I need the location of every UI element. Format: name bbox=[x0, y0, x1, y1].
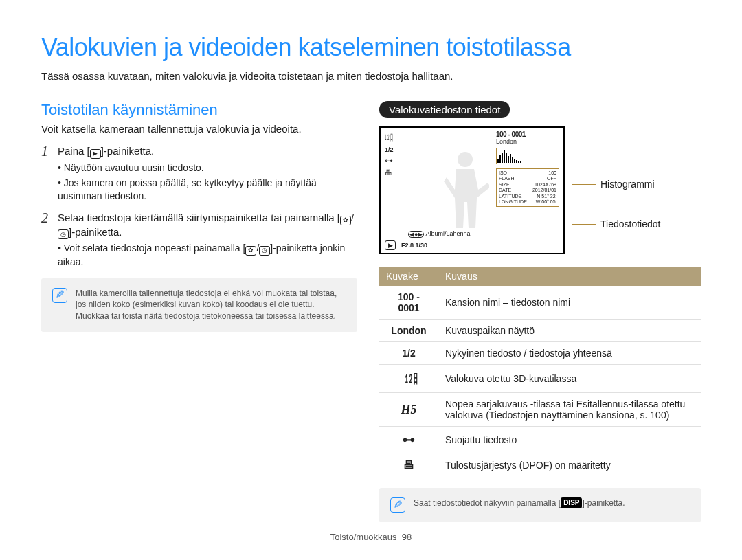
icon-legend-table: Kuvake Kuvaus 100 - 0001Kansion nimi – t… bbox=[379, 267, 701, 477]
icon-folder-file: 100 - 0001 bbox=[379, 286, 438, 320]
icon-counter: 1/2 bbox=[379, 342, 438, 365]
page: Valokuvien ja videoiden katseleminen toi… bbox=[0, 0, 742, 522]
play-mode-icon: ▶ bbox=[385, 240, 396, 250]
timer-icon: ◷ bbox=[259, 246, 270, 256]
lock-icon bbox=[379, 427, 438, 453]
columns: Toistotilan käynnistäminen Voit katsella… bbox=[41, 101, 701, 522]
svg-point-0 bbox=[458, 152, 473, 167]
print-indicator-icon: 🖶 bbox=[385, 168, 394, 177]
desc: Tulostusjärjestys (DPOF) on määritetty bbox=[438, 453, 701, 478]
folder-file-number: 100 - 0001 bbox=[496, 131, 559, 138]
three-d-icon bbox=[379, 365, 438, 393]
note-post: ]-painiketta. bbox=[582, 498, 625, 508]
step-number: 2 bbox=[41, 211, 52, 239]
step1-sub1: Näyttöön avautuu uusin tiedosto. bbox=[58, 161, 357, 175]
desc: Nopea sarjakuvaus -tilassa tai Esitallen… bbox=[438, 393, 701, 427]
left-column: Toistotilan käynnistäminen Voit katsella… bbox=[41, 101, 357, 522]
desc: Kuvauspaikan näyttö bbox=[438, 320, 701, 342]
table-row: 1/2Nykyinen tiedosto / tiedostoja yhteen… bbox=[379, 342, 701, 365]
note-box-right: Saat tiedostotiedot näkyviin painamalla … bbox=[379, 488, 701, 522]
desc: Valokuva otettu 3D-kuvatilassa bbox=[438, 365, 701, 393]
page-footer: Toisto/muokkaus 98 bbox=[0, 532, 742, 542]
table-row: Valokuva otettu 3D-kuvatilassa bbox=[379, 365, 701, 393]
table-row: 100 - 0001Kansion nimi – tiedoston nimi bbox=[379, 286, 701, 320]
step2-post: ]-painiketta. bbox=[69, 226, 122, 238]
step1-sub2: Jos kamera on poissa päältä, se kytkeyty… bbox=[58, 177, 357, 203]
callout-histogram: Histogrammi bbox=[600, 179, 655, 190]
three-d-icon: ㏫ bbox=[385, 132, 394, 144]
screen-bottom-bar: ▶ F2.8 1/30 bbox=[385, 240, 559, 250]
step-2: 2 Selaa tiedostoja kiertämällä siirtymis… bbox=[41, 211, 357, 239]
step-1-sublist: Näyttöön avautuu uusin tiedosto. Jos kam… bbox=[58, 161, 357, 203]
desc: Kansion nimi – tiedoston nimi bbox=[438, 286, 701, 320]
album-zoom-label: ◀●▶ Albumi/Lähennä bbox=[408, 230, 471, 238]
step-2-sublist: Voit selata tiedostoja nopeasti painamal… bbox=[58, 242, 357, 268]
footer-page-number: 98 bbox=[402, 532, 412, 542]
footer-section: Toisto/muokkaus bbox=[330, 532, 397, 542]
step-number: 1 bbox=[41, 144, 52, 159]
person-silhouette-icon bbox=[441, 148, 489, 231]
screen-top-right: 100 - 0001 London ISO100 FLASHOFF SIZE10… bbox=[496, 131, 559, 207]
step1-pre: Paina [ bbox=[58, 145, 90, 157]
timer-icon: ◷ bbox=[58, 229, 69, 239]
printer-icon bbox=[379, 453, 438, 478]
desc: Nykyinen tiedosto / tiedostoja yhteensä bbox=[438, 342, 701, 365]
note-box: Muilla kameroilla tallennettuja tiedosto… bbox=[41, 278, 357, 332]
page-title: Valokuvien ja videoiden katseleminen toi… bbox=[41, 33, 701, 62]
location-name: London bbox=[496, 138, 559, 145]
macro-icon: ✿ bbox=[245, 246, 256, 256]
intro-text: Tässä osassa kuvataan, miten valokuvia j… bbox=[41, 70, 701, 82]
right-column: Valokuvatiedoston tiedot ㏫ 1/2 ⊶ 🖶 100 -… bbox=[379, 101, 701, 522]
macro-icon: ✿ bbox=[340, 216, 351, 225]
lock-indicator-icon: ⊶ bbox=[385, 156, 394, 166]
disp-button-icon: DISP bbox=[561, 497, 582, 508]
table-row: Suojattu tiedosto bbox=[379, 427, 701, 453]
screen-with-callouts: ㏫ 1/2 ⊶ 🖶 100 - 0001 London bbox=[379, 126, 701, 254]
screen-side-icons: ㏫ 1/2 ⊶ 🖶 bbox=[385, 132, 394, 177]
table-head-icon: Kuvake bbox=[379, 267, 438, 286]
photo-file-info-pill: Valokuvatiedoston tiedot bbox=[379, 101, 510, 118]
histogram-box bbox=[496, 148, 530, 164]
note-pre: Saat tiedostotiedot näkyviin painamalla … bbox=[414, 498, 561, 508]
icon-location: London bbox=[379, 320, 438, 342]
note-text: Muilla kameroilla tallennettuja tiedosto… bbox=[76, 288, 346, 322]
step1-post: ]-painiketta. bbox=[101, 145, 155, 157]
burst-icon: H5 bbox=[401, 403, 416, 416]
section-lead: Voit katsella kameraan tallennettuja val… bbox=[41, 123, 357, 135]
table-row: LondonKuvauspaikan näyttö bbox=[379, 320, 701, 342]
file-meta-box: ISO100 FLASHOFF SIZE1024X768 DATE2012/01… bbox=[496, 168, 559, 207]
note-icon bbox=[390, 497, 405, 513]
step2-pre: Selaa tiedostoja kiertämällä siirtymispa… bbox=[58, 212, 340, 223]
table-row: Tulostusjärjestys (DPOF) on määritetty bbox=[379, 453, 701, 478]
callouts: Histogrammi Tiedostotiedot bbox=[572, 126, 660, 254]
desc: Suojattu tiedosto bbox=[438, 427, 701, 453]
play-button-icon: ▶ bbox=[90, 149, 101, 159]
note-icon bbox=[52, 288, 67, 303]
callout-fileinfo: Tiedostotiedot bbox=[600, 219, 660, 229]
table-head-desc: Kuvaus bbox=[438, 267, 701, 286]
table-row: H5Nopea sarjakuvaus -tilassa tai Esitall… bbox=[379, 393, 701, 427]
counter-icon: 1/2 bbox=[385, 146, 394, 153]
section-heading: Toistotilan käynnistäminen bbox=[41, 101, 357, 119]
step2-sub-pre: Voit selata tiedostoja nopeasti painamal… bbox=[64, 243, 246, 254]
step-1: 1 Paina [▶]-painiketta. bbox=[41, 144, 357, 159]
camera-screen-preview: ㏫ 1/2 ⊶ 🖶 100 - 0001 London bbox=[379, 126, 565, 254]
aperture-shutter-text: F2.8 1/30 bbox=[401, 242, 427, 249]
